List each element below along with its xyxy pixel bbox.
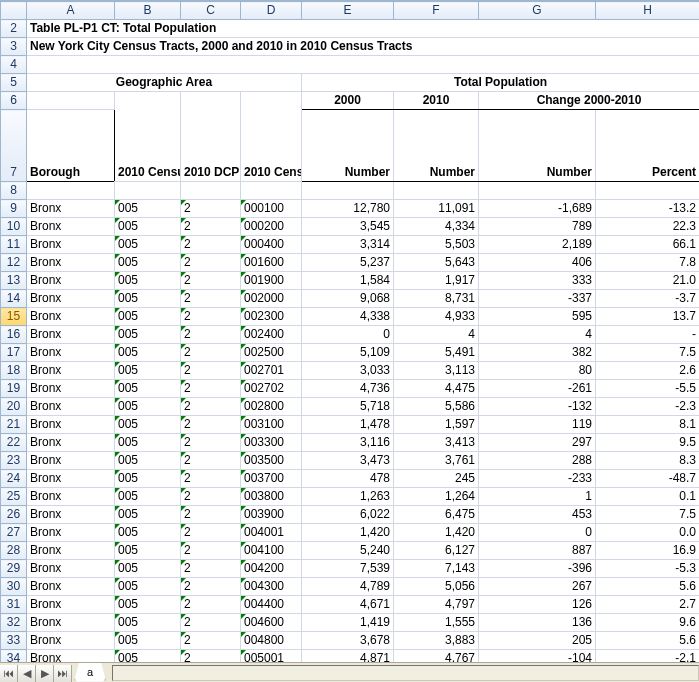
cell-pop-2000[interactable]: 5,718 bbox=[302, 398, 394, 416]
cell-borough[interactable]: Bronx bbox=[27, 596, 115, 614]
cell-change-num[interactable]: 126 bbox=[479, 596, 596, 614]
cell-dcp[interactable]: 2 bbox=[181, 200, 241, 218]
hdr-fips[interactable]: 2010 Census FIPS County Code bbox=[115, 92, 181, 182]
cell-change-num[interactable]: 136 bbox=[479, 614, 596, 632]
cell-dcp[interactable]: 2 bbox=[181, 290, 241, 308]
col-header-G[interactable]: G bbox=[479, 2, 596, 20]
table-row[interactable]: 21Bronx00520031001,4781,5971198.1 bbox=[1, 416, 700, 434]
cell-borough[interactable]: Bronx bbox=[27, 380, 115, 398]
cell-change-pct[interactable]: 7.8 bbox=[596, 254, 700, 272]
cell-fips[interactable]: 005 bbox=[115, 434, 181, 452]
row-header[interactable]: 13 bbox=[1, 272, 27, 290]
cell-pop-2000[interactable]: 4,736 bbox=[302, 380, 394, 398]
cell-tract[interactable]: 002000 bbox=[241, 290, 302, 308]
row-header[interactable]: 8 bbox=[1, 182, 27, 200]
cell-fips[interactable]: 005 bbox=[115, 524, 181, 542]
row-2[interactable]: 2 Table PL-P1 CT: Total Population bbox=[1, 20, 700, 38]
column-header-row[interactable]: A B C D E F G H bbox=[1, 2, 700, 20]
row-4[interactable]: 4 bbox=[1, 56, 700, 74]
table-row[interactable]: 25Bronx00520038001,2631,26410.1 bbox=[1, 488, 700, 506]
cell-dcp[interactable]: 2 bbox=[181, 488, 241, 506]
cell-change-num[interactable]: 406 bbox=[479, 254, 596, 272]
hdr-number-2010[interactable]: Number bbox=[394, 110, 479, 182]
cell-fips[interactable]: 005 bbox=[115, 470, 181, 488]
cell-dcp[interactable]: 2 bbox=[181, 416, 241, 434]
cell-pop-2000[interactable]: 6,022 bbox=[302, 506, 394, 524]
cell-fips[interactable]: 005 bbox=[115, 632, 181, 650]
row-header[interactable]: 33 bbox=[1, 632, 27, 650]
cell-pop-2000[interactable]: 3,033 bbox=[302, 362, 394, 380]
cell-fips[interactable]: 005 bbox=[115, 254, 181, 272]
table-row[interactable]: 33Bronx00520048003,6783,8832055.6 bbox=[1, 632, 700, 650]
cell[interactable] bbox=[181, 182, 241, 200]
cell-fips[interactable]: 005 bbox=[115, 578, 181, 596]
cell-pop-2010[interactable]: 3,761 bbox=[394, 452, 479, 470]
hdr-change[interactable]: Change 2000-2010 bbox=[479, 92, 700, 110]
cell-fips[interactable]: 005 bbox=[115, 506, 181, 524]
cell-change-num[interactable]: 119 bbox=[479, 416, 596, 434]
hdr-geographic-area[interactable]: Geographic Area bbox=[27, 74, 302, 92]
table-row[interactable]: 16Bronx0052002400044- bbox=[1, 326, 700, 344]
cell-borough[interactable]: Bronx bbox=[27, 308, 115, 326]
cell-change-num[interactable]: 297 bbox=[479, 434, 596, 452]
cell-tract[interactable]: 003500 bbox=[241, 452, 302, 470]
row-header[interactable]: 27 bbox=[1, 524, 27, 542]
cell-change-pct[interactable]: -5.5 bbox=[596, 380, 700, 398]
cell-tract[interactable]: 004300 bbox=[241, 578, 302, 596]
cell-dcp[interactable]: 2 bbox=[181, 254, 241, 272]
cell-tract[interactable]: 003800 bbox=[241, 488, 302, 506]
cell-pop-2010[interactable]: 3,413 bbox=[394, 434, 479, 452]
cell-dcp[interactable]: 2 bbox=[181, 506, 241, 524]
cell-borough[interactable]: Bronx bbox=[27, 236, 115, 254]
cell-pop-2000[interactable]: 7,539 bbox=[302, 560, 394, 578]
cell-borough[interactable]: Bronx bbox=[27, 524, 115, 542]
row-header[interactable]: 14 bbox=[1, 290, 27, 308]
cell-dcp[interactable]: 2 bbox=[181, 272, 241, 290]
cell-change-num[interactable]: -396 bbox=[479, 560, 596, 578]
cell[interactable] bbox=[241, 182, 302, 200]
tab-nav-next[interactable]: ▶ bbox=[36, 665, 54, 682]
cell-fips[interactable]: 005 bbox=[115, 614, 181, 632]
cell-pop-2010[interactable]: 5,491 bbox=[394, 344, 479, 362]
row-header[interactable]: 19 bbox=[1, 380, 27, 398]
cell-tract[interactable]: 002800 bbox=[241, 398, 302, 416]
hdr-change-number[interactable]: Number bbox=[479, 110, 596, 182]
cell-change-pct[interactable]: 9.6 bbox=[596, 614, 700, 632]
row-header[interactable]: 17 bbox=[1, 344, 27, 362]
cell-change-num[interactable]: -261 bbox=[479, 380, 596, 398]
cell-pop-2010[interactable]: 1,264 bbox=[394, 488, 479, 506]
cell-borough[interactable]: Bronx bbox=[27, 488, 115, 506]
cell-dcp[interactable]: 2 bbox=[181, 434, 241, 452]
cell-borough[interactable]: Bronx bbox=[27, 506, 115, 524]
table-row[interactable]: 15Bronx00520023004,3384,93359513.7 bbox=[1, 308, 700, 326]
cell-borough[interactable]: Bronx bbox=[27, 344, 115, 362]
cell[interactable] bbox=[394, 182, 479, 200]
cell[interactable] bbox=[27, 92, 115, 110]
table-row[interactable]: 27Bronx00520040011,4201,42000.0 bbox=[1, 524, 700, 542]
cell-change-pct[interactable]: - bbox=[596, 326, 700, 344]
cell-pop-2000[interactable]: 0 bbox=[302, 326, 394, 344]
row-header[interactable]: 28 bbox=[1, 542, 27, 560]
cell-change-pct[interactable]: -2.3 bbox=[596, 398, 700, 416]
cell-dcp[interactable]: 2 bbox=[181, 560, 241, 578]
cell-dcp[interactable]: 2 bbox=[181, 470, 241, 488]
row-header[interactable]: 3 bbox=[1, 38, 27, 56]
cell-change-pct[interactable]: 13.7 bbox=[596, 308, 700, 326]
row-3[interactable]: 3 New York City Census Tracts, 2000 and … bbox=[1, 38, 700, 56]
row-header[interactable]: 32 bbox=[1, 614, 27, 632]
cell-dcp[interactable]: 2 bbox=[181, 524, 241, 542]
cell-fips[interactable]: 005 bbox=[115, 272, 181, 290]
hdr-borough[interactable]: Borough bbox=[27, 110, 115, 182]
cell-borough[interactable]: Bronx bbox=[27, 398, 115, 416]
cell-tract[interactable]: 004600 bbox=[241, 614, 302, 632]
cell-change-num[interactable]: -233 bbox=[479, 470, 596, 488]
cell-pop-2010[interactable]: 4 bbox=[394, 326, 479, 344]
cell-pop-2000[interactable]: 1,419 bbox=[302, 614, 394, 632]
row-header[interactable]: 6 bbox=[1, 92, 27, 110]
cell-pop-2000[interactable]: 4,789 bbox=[302, 578, 394, 596]
cell-change-pct[interactable]: -3.7 bbox=[596, 290, 700, 308]
table-row[interactable]: 19Bronx00520027024,7364,475-261-5.5 bbox=[1, 380, 700, 398]
cell-borough[interactable]: Bronx bbox=[27, 470, 115, 488]
cell-fips[interactable]: 005 bbox=[115, 488, 181, 506]
cell-pop-2010[interactable]: 5,056 bbox=[394, 578, 479, 596]
